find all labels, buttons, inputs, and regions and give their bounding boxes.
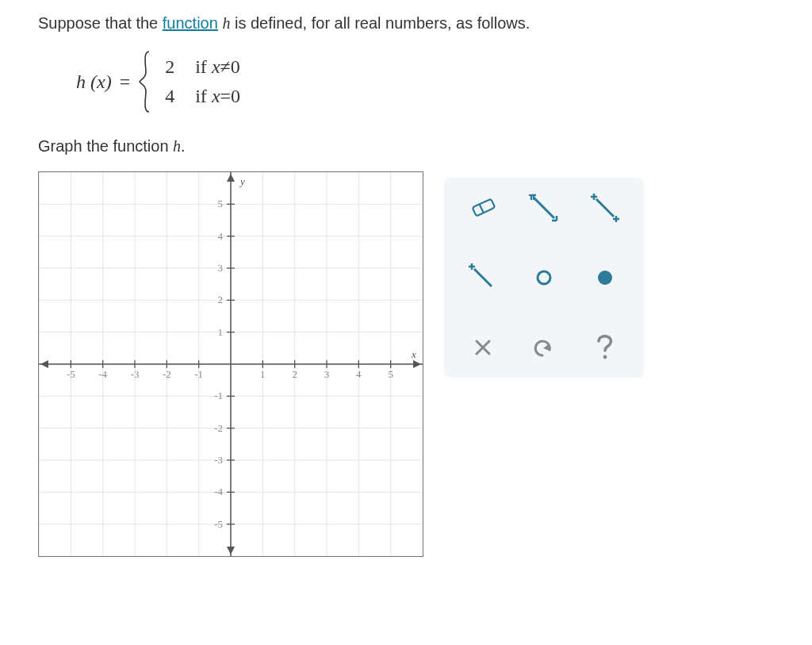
svg-text:-3: -3 (131, 368, 140, 380)
tool-palette (444, 178, 644, 378)
segment-both-ends-tool[interactable] (522, 189, 566, 227)
piecewise-x: x (97, 71, 105, 92)
svg-text:x: x (411, 348, 416, 360)
svg-rect-70 (472, 199, 495, 217)
svg-text:-5: -5 (67, 368, 75, 380)
instruction-text: Graph the function h. (38, 137, 774, 155)
palette-row-tools-1 (452, 189, 636, 227)
eraser-tool[interactable] (461, 189, 505, 227)
palette-row-tools-2 (452, 259, 636, 297)
svg-text:-2: -2 (163, 368, 171, 380)
case-cond: if x≠0 (195, 56, 240, 78)
instr-pre: Graph the function (38, 137, 173, 155)
case-rel: ≠ (220, 56, 231, 77)
piecewise-cases: 2 if x≠0 4 if x=0 (155, 56, 240, 107)
piecewise-h: h (76, 71, 86, 92)
svg-text:-5: -5 (214, 518, 223, 530)
svg-text:-4: -4 (214, 486, 223, 497)
svg-text:-1: -1 (194, 368, 203, 380)
svg-line-71 (479, 204, 483, 213)
case-row: 4 if x=0 (155, 86, 240, 107)
case-if: if (195, 86, 212, 106)
case-row: 2 if x≠0 (155, 56, 240, 78)
function-link[interactable]: function (163, 14, 218, 32)
case-rhs: 0 (231, 56, 240, 77)
case-value: 2 (155, 56, 184, 78)
intro-var: h (222, 14, 230, 32)
svg-point-75 (538, 271, 550, 284)
svg-text:-2: -2 (214, 422, 223, 434)
clear-button[interactable] (461, 328, 505, 367)
svg-point-79 (603, 355, 607, 359)
svg-text:-4: -4 (98, 368, 107, 380)
instr-var: h (173, 137, 181, 155)
case-cond: if x=0 (195, 86, 240, 107)
palette-row-actions (452, 328, 636, 367)
piecewise-lhs: h (x) = (76, 71, 133, 93)
svg-text:4: 4 (218, 230, 224, 242)
ray-tool[interactable] (461, 259, 505, 297)
equals: = (120, 71, 131, 92)
svg-text:3: 3 (324, 368, 329, 380)
svg-text:-1: -1 (214, 390, 223, 401)
svg-text:5: 5 (388, 368, 393, 380)
instr-post: . (181, 137, 186, 155)
segment-plus-ends-tool[interactable] (583, 189, 627, 227)
open-point-tool[interactable] (522, 259, 566, 297)
svg-text:2: 2 (292, 368, 297, 380)
brace-icon (138, 50, 152, 113)
help-button[interactable] (583, 328, 627, 367)
undo-button[interactable] (522, 328, 566, 367)
svg-text:3: 3 (218, 262, 223, 274)
svg-text:4: 4 (356, 368, 362, 380)
case-var: x (212, 86, 220, 106)
svg-text:1: 1 (260, 368, 265, 380)
svg-line-73 (596, 199, 614, 217)
case-if: if (195, 56, 212, 77)
svg-point-76 (598, 271, 612, 285)
intro-text: Suppose that the function h is defined, … (38, 14, 774, 33)
case-rel: = (220, 86, 232, 106)
svg-text:1: 1 (218, 326, 223, 338)
case-rhs: 0 (231, 86, 240, 106)
graph-canvas[interactable]: -5-4-3-2-112345-5-4-3-2-112345yx (38, 171, 423, 557)
svg-text:2: 2 (218, 294, 223, 305)
rparen: ) (105, 71, 112, 92)
intro-post: is defined, for all real numbers, as fol… (230, 14, 530, 32)
svg-text:y: y (239, 175, 245, 187)
case-var: x (212, 56, 220, 77)
case-value: 4 (155, 86, 184, 107)
lparen: ( (90, 71, 97, 92)
svg-line-72 (534, 198, 554, 218)
svg-line-74 (474, 269, 492, 286)
svg-text:-3: -3 (214, 454, 223, 466)
piecewise-definition: h (x) = 2 if x≠0 4 if x=0 (76, 50, 774, 113)
intro-pre: Suppose that the (38, 14, 163, 32)
closed-point-tool[interactable] (583, 259, 627, 297)
svg-text:5: 5 (218, 198, 223, 209)
